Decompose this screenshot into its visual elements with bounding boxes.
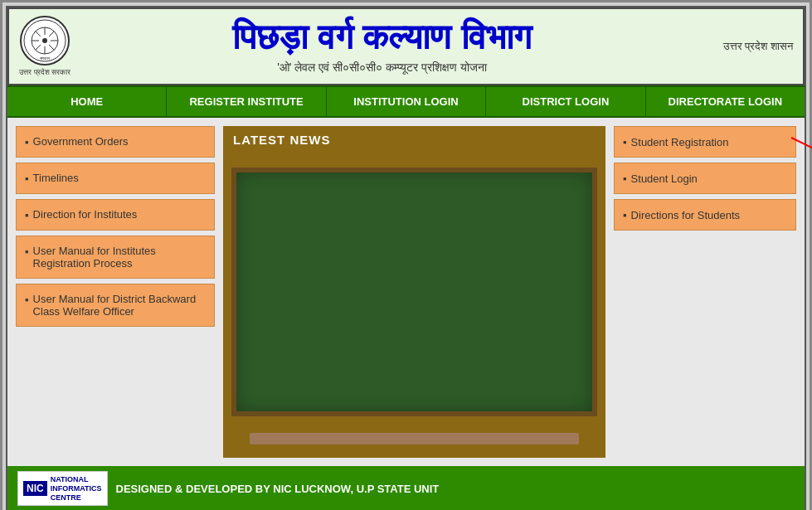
- bullet-icon: ▪: [25, 209, 29, 221]
- site-subtitle: 'ओ' लेवल एवं सी०सी०सी० कम्प्यूटर प्रशिक्…: [79, 61, 685, 75]
- nav-district-login[interactable]: DISTRICT LOGIN: [486, 87, 645, 116]
- footer-nic-bar: NIC NATIONALINFORMATICSCENTRE DESIGNED &…: [7, 466, 805, 510]
- center-content: LATEST NEWS: [223, 126, 605, 458]
- sidebar-item-student-login[interactable]: ▪ Student Login: [614, 163, 796, 194]
- sidebar-item-govt-orders[interactable]: ▪ Government Orders: [16, 126, 215, 158]
- latest-news-header: LATEST NEWS: [223, 126, 605, 153]
- arrow-indicator: [787, 134, 812, 158]
- state-emblem: सरकार: [20, 16, 70, 66]
- nav-institution-login[interactable]: INSTITUTION LOGIN: [327, 87, 486, 116]
- chalkboard-container: [223, 153, 605, 458]
- bullet-icon: ▪: [623, 172, 627, 185]
- navbar: HOME REGISTER INSTITUTE INSTITUTION LOGI…: [7, 85, 805, 118]
- sidebar-item-user-manual-district[interactable]: ▪ User Manual for District Backward Clas…: [16, 284, 215, 327]
- sidebar-item-direction-institutes[interactable]: ▪ Direction for Institutes: [16, 199, 215, 231]
- chalkboard-bottom: [231, 416, 597, 433]
- main-content: ▪ Government Orders ▪ Timelines ▪ Direct…: [7, 118, 805, 466]
- right-sidebar: ▪ Student Registration ▪ Student Login ▪…: [614, 126, 796, 458]
- bullet-icon: ▪: [623, 136, 627, 148]
- logo-section: सरकार उत्तर प्रदेश सरकार: [19, 16, 71, 77]
- sidebar-item-user-manual-reg[interactable]: ▪ User Manual for Institutes Registratio…: [16, 236, 215, 279]
- sidebar-item-timelines[interactable]: ▪ Timelines: [16, 163, 215, 194]
- sidebar-item-directions-students[interactable]: ▪ Directions for Students: [614, 199, 796, 231]
- nic-full-name: NATIONALINFORMATICSCENTRE: [51, 475, 102, 502]
- developer-text: DESIGNED & DEVELOPED BY NIC LUCKNOW, U.P…: [116, 483, 440, 495]
- left-sidebar: ▪ Government Orders ▪ Timelines ▪ Direct…: [16, 126, 215, 458]
- chalkboard: [231, 168, 597, 416]
- nav-home[interactable]: HOME: [7, 87, 167, 116]
- sidebar-item-student-registration[interactable]: ▪ Student Registration: [614, 126, 796, 158]
- bullet-icon: ▪: [25, 294, 29, 306]
- header: सरकार उत्तर प्रदेश सरकार पिछड़ा वर्ग कल्…: [7, 7, 805, 85]
- inner-wrapper: सरकार उत्तर प्रदेश सरकार पिछड़ा वर्ग कल्…: [6, 6, 806, 510]
- header-right-text: उत्तर प्रदेश शासन: [693, 40, 793, 53]
- svg-text:सरकार: सरकार: [39, 56, 51, 61]
- page-wrapper: सरकार उत्तर प्रदेश सरकार पिछड़ा वर्ग कल्…: [0, 0, 812, 510]
- nic-logo: NIC NATIONALINFORMATICSCENTRE: [17, 471, 108, 506]
- bullet-icon: ▪: [25, 245, 29, 258]
- state-name: उत्तर प्रदेश सरकार: [19, 68, 71, 77]
- header-center: पिछड़ा वर्ग कल्याण विभाग 'ओ' लेवल एवं सी…: [79, 18, 685, 74]
- bullet-icon: ▪: [623, 209, 627, 221]
- bullet-icon: ▪: [25, 136, 29, 148]
- bullet-icon: ▪: [25, 172, 29, 185]
- svg-line-12: [791, 138, 812, 152]
- nav-directorate-login[interactable]: DIRECTORATE LOGIN: [646, 87, 805, 116]
- nav-register-institute[interactable]: REGISTER INSTITUTE: [167, 87, 326, 116]
- nic-logo-box: NIC: [23, 481, 47, 496]
- svg-point-2: [42, 38, 47, 43]
- chalkboard-ledge: [250, 433, 579, 444]
- site-title: पिछड़ा वर्ग कल्याण विभाग: [79, 18, 685, 56]
